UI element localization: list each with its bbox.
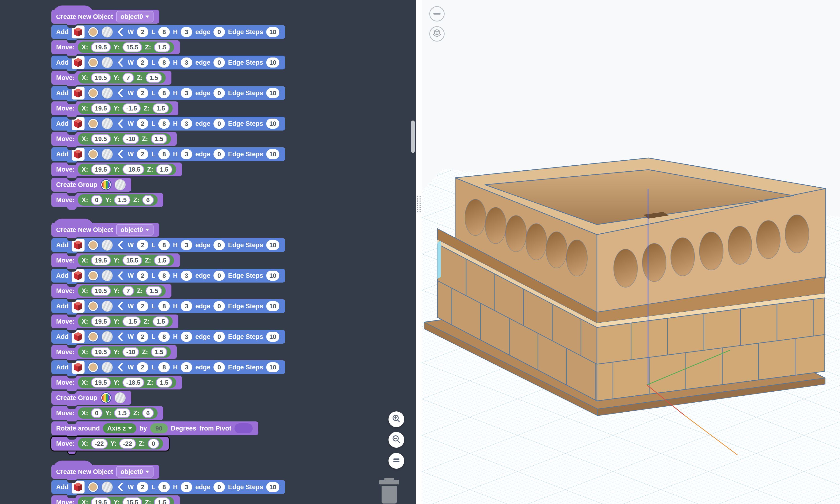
param-input[interactable]: 10 — [266, 149, 279, 159]
material-swatch[interactable] — [102, 57, 113, 68]
move-block[interactable]: Move:X:19.5Y:-1.5Z:1.5 — [51, 314, 178, 328]
coord-input[interactable]: 1.5 — [151, 134, 167, 144]
viewport-collapse-button[interactable] — [429, 6, 444, 21]
viewport-canvas[interactable] — [422, 0, 840, 504]
param-input[interactable]: 3 — [181, 362, 192, 372]
coord-input[interactable]: 15.5 — [122, 42, 142, 52]
move-block[interactable]: Move:X:-22Y:-22Z:0 — [51, 437, 169, 451]
color-swatch[interactable] — [88, 149, 99, 160]
param-input[interactable]: 3 — [181, 301, 192, 311]
coord-input[interactable]: 15.5 — [122, 255, 142, 265]
param-input[interactable]: 0 — [213, 88, 225, 98]
param-input[interactable]: 3 — [181, 332, 192, 342]
param-input[interactable]: 10 — [266, 27, 279, 37]
param-input[interactable]: 0 — [213, 271, 225, 281]
param-input[interactable]: 2 — [137, 271, 148, 281]
material-swatch[interactable] — [115, 392, 126, 403]
coord-input[interactable]: 19.5 — [91, 134, 111, 144]
param-input[interactable]: 3 — [181, 27, 192, 37]
param-input[interactable]: 2 — [137, 240, 148, 250]
material-swatch[interactable] — [115, 179, 126, 190]
param-input[interactable]: 0 — [213, 27, 225, 37]
param-input[interactable]: 2 — [137, 88, 148, 98]
coord-input[interactable]: 19.5 — [91, 497, 111, 504]
add-shape-block[interactable]: AddW2L8H3edge0Edge Steps10 — [51, 299, 285, 313]
coord-input[interactable]: 0 — [91, 408, 102, 418]
material-swatch[interactable] — [102, 331, 113, 342]
color-swatch[interactable] — [88, 362, 99, 373]
coord-input[interactable]: -10 — [122, 134, 139, 144]
param-input[interactable]: 8 — [158, 57, 170, 68]
move-block[interactable]: Move:X:19.5Y:15.5Z:1.5 — [51, 40, 180, 54]
move-block[interactable]: Move:X:19.5Y:15.5Z:1.5 — [51, 496, 180, 504]
param-input[interactable]: 10 — [266, 271, 279, 281]
move-block[interactable]: Move:X:19.5Y:-10Z:1.5 — [51, 345, 177, 359]
param-input[interactable]: 3 — [181, 482, 192, 492]
add-shape-block[interactable]: AddW2L8H3edge0Edge Steps10 — [51, 269, 285, 283]
param-input[interactable]: 2 — [137, 27, 148, 37]
color-swatch[interactable] — [88, 26, 99, 37]
coord-input[interactable]: 1.5 — [156, 378, 172, 388]
coord-input[interactable]: 1.5 — [156, 164, 172, 175]
param-input[interactable]: 8 — [158, 88, 170, 98]
chevron-left-icon[interactable] — [117, 58, 123, 67]
param-input[interactable]: 2 — [137, 362, 148, 372]
zoom-out-button[interactable] — [388, 432, 404, 448]
add-shape-block[interactable]: AddW2L8H3edge0Edge Steps10 — [51, 480, 285, 494]
param-input[interactable]: 0 — [213, 57, 225, 68]
param-input[interactable]: 3 — [181, 271, 192, 281]
param-input[interactable]: 10 — [266, 332, 279, 342]
material-swatch[interactable] — [102, 482, 113, 492]
coord-input[interactable]: 19.5 — [91, 103, 111, 113]
red-box-icon[interactable] — [72, 361, 85, 374]
create-new-object-block[interactable]: Create New Objectobject0 — [51, 10, 159, 24]
param-input[interactable]: 0 — [213, 240, 225, 250]
param-input[interactable]: 0 — [213, 332, 225, 342]
param-input[interactable]: 8 — [158, 240, 170, 250]
material-swatch[interactable] — [102, 301, 113, 312]
coord-input[interactable]: -1.5 — [122, 103, 141, 113]
param-input[interactable]: 8 — [158, 332, 170, 342]
chevron-left-icon[interactable] — [117, 362, 123, 372]
viewport-3d[interactable] — [422, 0, 840, 504]
param-input[interactable]: 8 — [158, 271, 170, 281]
chevron-left-icon[interactable] — [117, 332, 123, 341]
color-swatch[interactable] — [88, 57, 99, 68]
object-dropdown[interactable]: object0 — [116, 224, 154, 236]
param-input[interactable]: 3 — [181, 119, 192, 129]
chevron-left-icon[interactable] — [117, 301, 123, 311]
coord-input[interactable]: 7 — [122, 286, 134, 296]
material-swatch[interactable] — [102, 26, 113, 37]
move-block[interactable]: Move:X:19.5Y:-10Z:1.5 — [51, 132, 177, 146]
divider-drag-handle[interactable] — [417, 196, 421, 212]
red-box-icon[interactable] — [72, 330, 85, 343]
coord-input[interactable]: -1.5 — [122, 317, 141, 326]
pivot-toggle[interactable] — [234, 424, 252, 433]
move-block[interactable]: Move:X:0Y:1.5Z:6 — [51, 193, 163, 207]
coord-input[interactable]: 19.5 — [91, 73, 111, 83]
color-swatch[interactable] — [88, 88, 99, 98]
red-box-icon[interactable] — [72, 117, 85, 130]
param-input[interactable]: 0 — [213, 362, 225, 372]
color-swatch[interactable] — [88, 331, 99, 342]
coord-input[interactable]: 19.5 — [91, 286, 111, 296]
object-dropdown[interactable]: object0 — [116, 11, 154, 22]
param-input[interactable]: 3 — [181, 88, 192, 98]
param-input[interactable]: 8 — [158, 27, 170, 37]
coord-input[interactable]: 7 — [122, 73, 134, 83]
param-input[interactable]: 10 — [266, 119, 279, 129]
param-input[interactable]: 2 — [137, 332, 148, 342]
param-input[interactable]: 8 — [158, 482, 170, 492]
coord-input[interactable]: 1.5 — [154, 255, 170, 265]
move-block[interactable]: Move:X:19.5Y:15.5Z:1.5 — [51, 253, 180, 267]
rainbow-color-swatch[interactable] — [101, 179, 111, 190]
param-input[interactable]: 3 — [181, 240, 192, 250]
param-input[interactable]: 2 — [137, 149, 148, 159]
param-input[interactable]: 0 — [213, 482, 225, 492]
coord-input[interactable]: 15.5 — [122, 497, 142, 504]
coord-input[interactable]: 19.5 — [91, 42, 111, 52]
material-swatch[interactable] — [102, 118, 113, 129]
param-input[interactable]: 10 — [266, 88, 279, 98]
param-input[interactable]: 3 — [181, 149, 192, 159]
param-input[interactable]: 10 — [266, 482, 279, 492]
